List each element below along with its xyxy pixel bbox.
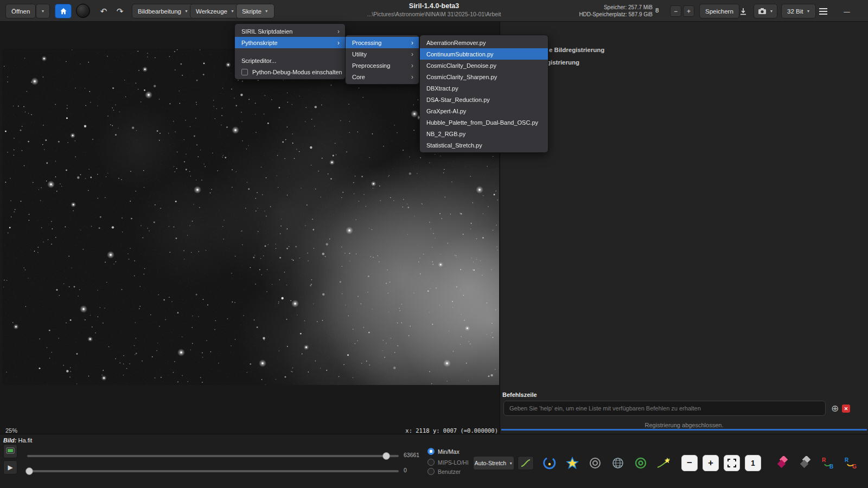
layers-button[interactable] — [797, 455, 814, 471]
menu-button-label: Bildbearbeitung — [138, 8, 181, 15]
menu-item-script[interactable]: DBXtract.py — [420, 82, 548, 94]
slider-handle[interactable] — [25, 467, 33, 475]
menu-item-preprocessing[interactable]: Preprocessing › — [346, 60, 419, 71]
command-input[interactable] — [503, 401, 826, 416]
save-as-button[interactable] — [735, 4, 751, 18]
radio-label: Min/Max — [438, 448, 459, 455]
zoom-level: 25% — [5, 427, 17, 434]
memory-usage: Speicher: 257.7 MiB — [572, 4, 653, 11]
zoom-in-button[interactable]: + — [703, 455, 719, 471]
image-processing-menu-button[interactable]: Bildbearbeitung ▼ — [132, 4, 194, 18]
image-label-prefix: Bild: — [3, 437, 16, 444]
menu-item-script[interactable]: AberrationRemover.py — [420, 37, 548, 48]
stretch-mode-dropdown[interactable]: Auto-Stretch ▼ — [473, 456, 514, 470]
comet-tool-button[interactable] — [655, 455, 672, 471]
svg-text:R: R — [845, 457, 849, 463]
radio-minmax[interactable]: Min/Max — [427, 448, 459, 455]
record-button[interactable] — [76, 4, 90, 18]
save-button[interactable]: Speichern — [699, 4, 739, 18]
photometry-button[interactable] — [633, 455, 649, 471]
stop-command-icon[interactable]: ✕ — [842, 404, 850, 413]
menu-button-label: Werkzeuge — [196, 8, 227, 15]
star-icon — [566, 457, 579, 470]
rgb-split-button[interactable]: RG — [843, 455, 859, 471]
save-button-label: Speichern — [705, 8, 733, 15]
checkbox-icon — [241, 69, 248, 75]
menu-item-script[interactable]: Statistical_Stretch.py — [420, 139, 548, 151]
snapshot-button[interactable]: ▼ — [754, 4, 777, 18]
menu-item-script[interactable]: NB_2_RGB.py — [420, 128, 548, 139]
radio-icon — [427, 459, 435, 466]
menu-item-label: Utility — [352, 51, 407, 57]
menu-item-siril-scripts[interactable]: SIRIL Skriptdateien › — [235, 25, 345, 37]
low-threshold-value: 0 — [404, 467, 407, 473]
increment-button[interactable]: + — [683, 5, 694, 17]
menu-item-script[interactable]: DSA-Star_Reduction.py — [420, 94, 548, 105]
plus-icon: + — [708, 458, 713, 468]
menu-item-script[interactable]: CosmicClarity_Sharpen.py — [420, 71, 548, 82]
menu-item-python-scripts[interactable]: Pythonskripte › — [235, 37, 345, 48]
high-threshold-slider[interactable] — [27, 455, 399, 457]
menu-item-script[interactable]: CosmicClarity_Denoise.py — [420, 60, 548, 71]
globe-icon — [611, 457, 624, 470]
registration-panel: e Bildregistrierung gistrierung Befehlsz… — [500, 22, 868, 434]
open-dropdown-button[interactable]: ▼ — [36, 4, 50, 18]
bit-depth-dropdown[interactable]: 32 Bit ▼ — [781, 4, 816, 18]
chevron-down-icon: ▼ — [770, 9, 774, 13]
tools-menu-button[interactable]: Werkzeuge ▼ — [190, 4, 240, 18]
snapshot-tool-button[interactable] — [541, 455, 558, 471]
registration-method-label: e Bildregistrierung — [549, 47, 604, 53]
decrement-button[interactable]: − — [670, 5, 681, 17]
pixel-math-button[interactable] — [775, 455, 791, 471]
scripts-menu-button[interactable]: Skripte ▼ — [236, 4, 275, 18]
target-icon — [634, 457, 647, 470]
processing-scripts-submenu: AberrationRemover.py ContinuumSubtractio… — [419, 35, 548, 153]
menu-item-label: Core — [352, 74, 407, 80]
command-line-label: Befehlszeile — [502, 391, 537, 398]
hamburger-icon — [819, 8, 827, 15]
menu-item-label: Processing — [352, 40, 407, 46]
zoom-fit-button[interactable] — [724, 455, 740, 471]
home-button[interactable] — [55, 4, 72, 18]
home-icon — [59, 7, 68, 15]
psf-button[interactable] — [587, 455, 603, 471]
menu-item-label: Hubble_Palette_from_Dual-Band_OSC.py — [426, 119, 542, 126]
radio-mips[interactable]: MIPS-LO/HI — [427, 459, 469, 466]
header-bar: Öffnen ▼ ↶ ↷ Bildbearbeitung ▼ Werkzeuge… — [0, 0, 868, 22]
menu-item-python-debug[interactable]: Python-Debug-Modus einschalten — [235, 66, 345, 78]
menu-item-script-editor[interactable]: Scripteditor... — [235, 55, 345, 66]
play-button[interactable]: ▶ — [3, 460, 17, 474]
menu-item-utility[interactable]: Utility › — [346, 48, 419, 60]
registration-option-label: gistrierung — [547, 59, 579, 66]
menu-item-label: Statistical_Stretch.py — [426, 142, 542, 149]
menu-item-script[interactable]: ContinuumSubtraction.py — [420, 48, 548, 60]
open-button[interactable]: Öffnen — [5, 4, 36, 18]
hamburger-menu-button[interactable] — [815, 4, 831, 18]
slider-handle[interactable] — [382, 452, 390, 460]
rgb-align-icon: RB — [821, 457, 835, 470]
menu-item-script[interactable]: GraXpert-AI.py — [420, 105, 548, 117]
display-mode-button[interactable] — [3, 444, 17, 458]
minus-icon: − — [687, 458, 692, 468]
redo-button[interactable]: ↷ — [112, 4, 128, 18]
undo-button[interactable]: ↶ — [95, 4, 112, 18]
menu-item-core[interactable]: Core › — [346, 71, 419, 82]
stretch-curve-button[interactable] — [518, 456, 534, 470]
menu-item-script[interactable]: Hubble_Palette_from_Dual-Band_OSC.py — [420, 117, 548, 128]
zoom-out-button[interactable]: − — [681, 455, 698, 471]
menu-button-label: Skripte — [242, 8, 261, 15]
svg-text:R: R — [822, 457, 826, 463]
high-threshold-value: 63661 — [404, 452, 419, 458]
command-help-icon[interactable]: ⊕ — [829, 402, 841, 414]
menu-item-label: Pythonskripte — [241, 40, 333, 46]
menu-item-processing[interactable]: Processing › — [346, 37, 419, 48]
rgb-align-button[interactable]: RB — [820, 455, 837, 471]
submenu-arrow-icon: › — [337, 28, 340, 35]
astrometry-button[interactable] — [610, 455, 626, 471]
radio-benutzer[interactable]: Benutzer — [427, 468, 461, 475]
radio-icon — [427, 468, 435, 475]
low-threshold-slider[interactable] — [27, 470, 399, 472]
minimize-button[interactable]: — — [840, 4, 854, 18]
star-detection-button[interactable] — [564, 455, 580, 471]
zoom-one-button[interactable]: 1 — [745, 455, 761, 471]
